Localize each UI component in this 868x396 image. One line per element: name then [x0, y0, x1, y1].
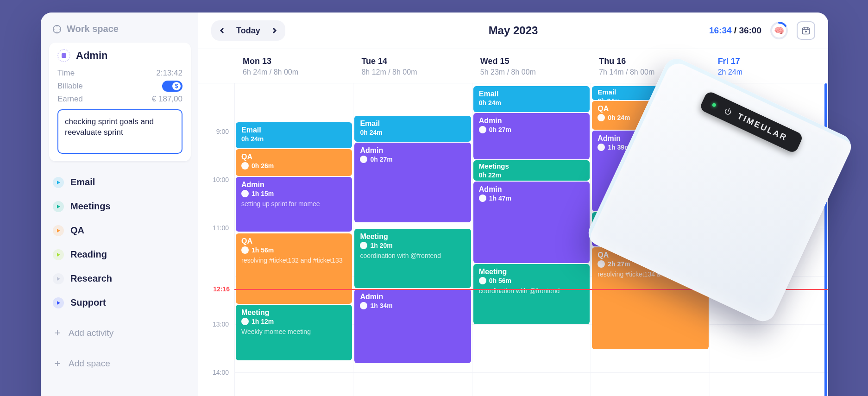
calendar-event[interactable]: Email0h 24m: [354, 116, 471, 142]
calendar-event[interactable]: Email0h 24m: [473, 86, 590, 112]
day-column-wed[interactable]: Email0h 24mAdmin$0h 27mMeetings0h 22mAdm…: [472, 83, 591, 396]
earned-value: € 187,00: [152, 94, 182, 104]
play-icon: [53, 225, 64, 236]
focus-indicator[interactable]: 🧠: [770, 21, 788, 40]
sidebar-activity-support[interactable]: Support: [49, 291, 191, 315]
day-header-mon[interactable]: Mon 13 6h 24m / 8h 00m: [234, 49, 353, 83]
add-activity-button[interactable]: + Add activity: [49, 321, 191, 346]
sidebar-activity-reading[interactable]: Reading: [49, 243, 191, 267]
activity-label: QA: [70, 225, 84, 236]
calendar-event[interactable]: Meetings0h 22m: [473, 160, 590, 181]
event-title: Admin: [598, 237, 703, 245]
event-note: resolving #ticket132 and #ticket133: [241, 257, 346, 265]
event-duration: 1h 12m: [252, 318, 274, 325]
play-icon: [53, 273, 64, 284]
sidebar-activity-email[interactable]: Email: [49, 170, 191, 195]
day-column-thu[interactable]: Email0h 24mQA$0h 24mAdmin$1h 39mMeetings…: [591, 83, 709, 396]
workspace-header[interactable]: Work space: [49, 21, 191, 37]
period-label: May 2023: [489, 24, 538, 37]
dollar-icon: $: [598, 260, 605, 268]
calendar-grid[interactable]: 9:0010:0011:0013:0014:0012:16 Email0h 24…: [198, 83, 828, 396]
activity-label: Email: [70, 177, 95, 188]
hour-label: 14:00: [213, 369, 229, 376]
active-activity-name: Admin: [76, 50, 107, 62]
calendar-event[interactable]: Email0h 24m: [236, 122, 352, 148]
dollar-icon: $: [172, 82, 181, 90]
now-line: [234, 289, 828, 290]
day-column-fri[interactable]: [710, 83, 828, 396]
hours-ratio: 16:34 / 36:00: [709, 25, 761, 36]
calendar-event[interactable]: Admin: [592, 234, 708, 246]
dollar-icon: $: [241, 190, 249, 197]
calendar-event[interactable]: Admin$0h 27m: [354, 143, 471, 222]
day-name: Wed 15: [480, 57, 582, 66]
calendar-event[interactable]: QA$2h 27mresolving #ticket134 and #ticke…: [592, 247, 708, 349]
activity-label: Meetings: [70, 201, 111, 212]
event-duration: 0h 25m: [598, 223, 620, 231]
prev-button[interactable]: [214, 22, 231, 39]
active-activity-card: Admin Time 2:13:42 Billable $ Earned € 1…: [49, 43, 191, 161]
event-title: Admin: [241, 181, 346, 189]
event-title: Email: [479, 90, 584, 98]
calendar-event[interactable]: Admin$1h 15msetting up sprint for momee: [236, 177, 352, 232]
add-space-button[interactable]: + Add space: [49, 351, 191, 376]
today-button[interactable]: Today: [232, 26, 265, 36]
calendar-event[interactable]: Meetings0h 25m: [592, 212, 708, 233]
event-duration: 0h 24m: [608, 114, 630, 121]
sidebar-activity-qa[interactable]: QA: [49, 219, 191, 243]
ratio-total: 36:00: [739, 25, 761, 35]
topbar: Today May 2023 16:34 / 36:00 🧠: [198, 13, 828, 49]
calendar-event[interactable]: Admin$1h 34m: [354, 289, 471, 363]
calendar-event[interactable]: Meeting$0h 56mcoordination with @fronten…: [473, 264, 590, 324]
sidebar-activity-meetings[interactable]: Meetings: [49, 195, 191, 219]
event-title: Admin: [360, 146, 465, 155]
calendar-event[interactable]: Email0h 24m: [592, 86, 708, 100]
billable-toggle[interactable]: $: [162, 81, 182, 92]
event-note: Weekly momee meeting: [241, 328, 346, 336]
dollar-icon: $: [241, 162, 249, 170]
event-duration: 0h 26m: [252, 162, 274, 170]
event-title: Meetings: [479, 163, 584, 170]
event-duration: 0h 24m: [241, 135, 264, 143]
day-columns: Email0h 24mQA$0h 26mAdmin$1h 15msetting …: [234, 83, 828, 396]
event-note: setting up sprint for momee: [241, 200, 346, 208]
event-title: Meetings: [598, 214, 703, 222]
note-input[interactable]: checking sprint goals and reevaluate spr…: [57, 109, 182, 154]
sidebar-activity-research[interactable]: Research: [49, 267, 191, 291]
next-button[interactable]: [266, 22, 283, 39]
dollar-icon: $: [241, 318, 249, 325]
calendar-event[interactable]: QA$1h 56mresolving #ticket132 and #ticke…: [236, 233, 352, 304]
event-title: QA: [598, 105, 703, 113]
calendar-event[interactable]: Meeting$1h 20mcoordination with @fronten…: [354, 229, 471, 288]
day-header-fri[interactable]: Fri 17 2h 24m: [710, 49, 828, 83]
dollar-icon: $: [360, 156, 367, 163]
calendar-event[interactable]: QA$0h 24m: [592, 101, 708, 130]
calendar-event[interactable]: Admin$1h 39m: [592, 131, 708, 211]
calendar-event[interactable]: QA$0h 26m: [236, 149, 352, 176]
day-column-mon[interactable]: Email0h 24mQA$0h 26mAdmin$1h 15msetting …: [234, 83, 353, 396]
day-header-thu[interactable]: Thu 16 7h 14m / 8h 00m: [591, 49, 709, 83]
plus-icon: +: [53, 358, 62, 370]
time-value: 2:13:42: [156, 69, 182, 78]
event-duration: 0h 24m: [360, 129, 382, 136]
event-note: coordination with @frontend: [360, 252, 465, 260]
calendar-add-button[interactable]: [797, 21, 815, 40]
day-column-tue[interactable]: Email0h 24mAdmin$0h 27mMeeting$1h 20mcoo…: [353, 83, 472, 396]
day-header-tue[interactable]: Tue 14 8h 12m / 8h 00m: [353, 49, 472, 83]
day-header-wed[interactable]: Wed 15 5h 23m / 8h 00m: [472, 49, 591, 83]
add-activity-label: Add activity: [69, 328, 113, 338]
event-duration: 0h 24m: [598, 97, 620, 101]
progress-ring-icon: [770, 21, 788, 40]
calendar-event[interactable]: Admin$0h 27m: [473, 113, 590, 159]
dollar-icon: $: [598, 114, 605, 121]
plus-icon: +: [53, 327, 62, 339]
billable-label: Billable: [57, 82, 83, 91]
event-title: Email: [598, 88, 703, 96]
calendar-event[interactable]: Admin$1h 47m: [473, 182, 590, 263]
app-window: Work space Admin Time 2:13:42 Billable $…: [41, 13, 828, 396]
day-name: Mon 13: [243, 57, 345, 66]
calendar-event[interactable]: Meeting$1h 12mWeekly momee meeting: [236, 305, 352, 360]
day-name: Tue 14: [361, 57, 463, 66]
event-duration: 1h 34m: [370, 302, 392, 309]
event-duration: 1h 15m: [252, 190, 274, 197]
